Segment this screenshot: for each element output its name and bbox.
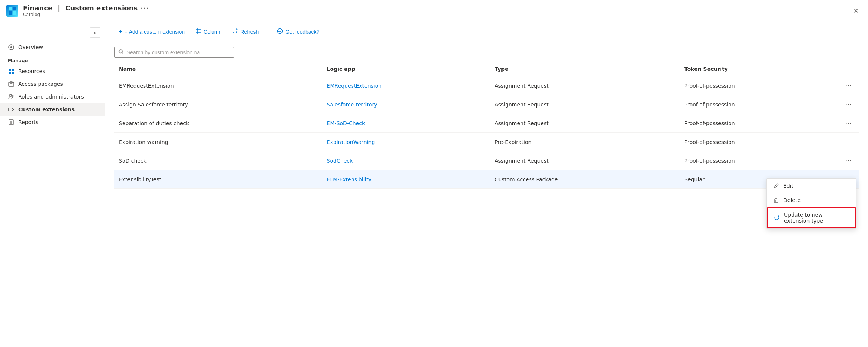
app-container: Finance | Custom extensions ··· Catalog …: [0, 0, 868, 347]
cell-type: Assignment Request: [490, 114, 680, 133]
cell-logic-app: SodCheck: [322, 151, 490, 170]
table-row: SoD checkSodCheckAssignment RequestProof…: [114, 151, 859, 170]
cell-name: EMRequestExtension: [114, 76, 322, 95]
content-area: + + Add a custom extension Column: [105, 21, 868, 347]
row-more-button[interactable]: ···: [843, 81, 854, 90]
logic-app-link[interactable]: Salesforce-territory: [327, 102, 377, 108]
cell-actions: ···: [836, 133, 859, 151]
add-icon: +: [119, 28, 122, 35]
sidebar-item-reports[interactable]: Reports: [0, 116, 105, 129]
cell-actions: ···: [836, 114, 859, 133]
svg-rect-29: [774, 199, 778, 202]
svg-rect-3: [13, 11, 16, 15]
cell-token-security: Proof-of-possession: [680, 114, 836, 133]
logic-app-link[interactable]: EMRequestExtension: [327, 83, 382, 89]
svg-rect-0: [9, 7, 12, 10]
header-page-title: Custom extensions: [65, 4, 138, 12]
roles-icon: [8, 93, 15, 100]
context-menu-update-extension[interactable]: Update to new extension type: [767, 207, 856, 228]
logic-app-link[interactable]: ELM-Extensibility: [327, 176, 371, 182]
logic-app-link[interactable]: EM-SoD-Check: [327, 120, 365, 126]
header: Finance | Custom extensions ··· Catalog …: [0, 0, 868, 21]
sidebar-overview-label: Overview: [18, 44, 43, 50]
row-more-button[interactable]: ···: [843, 137, 854, 147]
header-divider: |: [58, 4, 60, 12]
main: « Overview Manage: [0, 21, 868, 347]
header-title-row: Finance | Custom extensions ···: [23, 4, 149, 12]
cell-type: Custom Access Package: [490, 170, 680, 189]
column-button[interactable]: Column: [191, 26, 226, 37]
sidebar-item-roles[interactable]: Roles and administrators: [0, 90, 105, 103]
column-label: Column: [204, 29, 221, 35]
svg-rect-2: [9, 11, 12, 15]
add-custom-extension-button[interactable]: + + Add a custom extension: [114, 26, 189, 37]
update-extension-icon: [774, 214, 780, 221]
context-menu-edit[interactable]: Edit: [767, 179, 856, 193]
sidebar-item-overview[interactable]: Overview: [0, 41, 105, 54]
cell-name: ExtensibilityTest: [114, 170, 322, 189]
sidebar-custom-extensions-label: Custom extensions: [18, 106, 75, 112]
extensions-table: Name Logic app Type Token Security EMReq…: [114, 62, 859, 189]
resources-icon: [8, 68, 15, 75]
cell-actions: ···: [836, 151, 859, 170]
delete-icon: [773, 197, 780, 203]
header-app-name: Finance: [23, 4, 52, 12]
logic-app-link[interactable]: ExpirationWarning: [327, 139, 375, 145]
logic-app-link[interactable]: SodCheck: [327, 158, 353, 164]
svg-rect-1: [13, 7, 16, 10]
search-input[interactable]: [127, 49, 230, 55]
context-menu-delete[interactable]: Delete: [767, 193, 856, 207]
custom-extensions-icon: [8, 106, 15, 113]
svg-point-13: [12, 95, 13, 97]
header-more-button[interactable]: ···: [141, 4, 149, 12]
context-update-extension-label: Update to new extension type: [784, 212, 849, 224]
table-row: EMRequestExtensionEMRequestExtensionAssi…: [114, 76, 859, 95]
sidebar-item-custom-extensions[interactable]: Custom extensions: [0, 103, 105, 116]
sidebar-item-access-packages[interactable]: Access packages: [0, 78, 105, 90]
table-container: Name Logic app Type Token Security EMReq…: [105, 62, 868, 347]
row-more-button[interactable]: ···: [843, 100, 854, 109]
cell-name: Assign Salesforce territory: [114, 95, 322, 114]
header-subtitle: Catalog: [23, 12, 149, 17]
refresh-button[interactable]: Refresh: [227, 26, 263, 37]
feedback-label: Got feedback?: [285, 29, 319, 35]
sidebar-access-packages-label: Access packages: [18, 81, 63, 87]
app-icon: [6, 5, 18, 17]
cell-actions: ···: [836, 95, 859, 114]
row-more-button[interactable]: ···: [843, 156, 854, 165]
svg-line-28: [122, 53, 124, 54]
table-row: ExtensibilityTestELM-ExtensibilityCustom…: [114, 170, 859, 189]
sidebar-resources-label: Resources: [18, 68, 45, 74]
table-row: Assign Salesforce territorySalesforce-te…: [114, 95, 859, 114]
header-left: Finance | Custom extensions ··· Catalog: [6, 4, 149, 17]
feedback-button[interactable]: Got feedback?: [272, 26, 324, 37]
search-bar: [105, 42, 868, 62]
svg-point-5: [10, 46, 12, 48]
row-more-button[interactable]: ···: [843, 118, 854, 128]
table-row: Expiration warningExpirationWarningPre-E…: [114, 133, 859, 151]
table-header-row: Name Logic app Type Token Security: [114, 62, 859, 76]
col-token-security: Token Security: [680, 62, 836, 76]
refresh-label: Refresh: [240, 29, 259, 35]
sidebar-roles-label: Roles and administrators: [18, 94, 84, 100]
svg-rect-7: [12, 69, 14, 71]
close-button[interactable]: ✕: [850, 5, 862, 16]
cell-logic-app: ExpirationWarning: [322, 133, 490, 151]
cell-logic-app: EM-SoD-Check: [322, 114, 490, 133]
context-edit-label: Edit: [783, 183, 793, 189]
col-type: Type: [490, 62, 680, 76]
overview-icon: [8, 44, 15, 51]
svg-rect-8: [9, 72, 11, 74]
context-delete-label: Delete: [783, 197, 801, 203]
cell-actions: ···: [836, 76, 859, 95]
sidebar-reports-label: Reports: [18, 119, 39, 125]
cell-logic-app: EMRequestExtension: [322, 76, 490, 95]
cell-token-security: Proof-of-possession: [680, 76, 836, 95]
column-icon: [195, 28, 201, 35]
context-menu: Edit Delete: [766, 178, 856, 229]
cell-token-security: Proof-of-possession: [680, 133, 836, 151]
collapse-button[interactable]: «: [90, 27, 100, 38]
cell-name: SoD check: [114, 151, 322, 170]
col-name: Name: [114, 62, 322, 76]
sidebar-item-resources[interactable]: Resources: [0, 65, 105, 78]
